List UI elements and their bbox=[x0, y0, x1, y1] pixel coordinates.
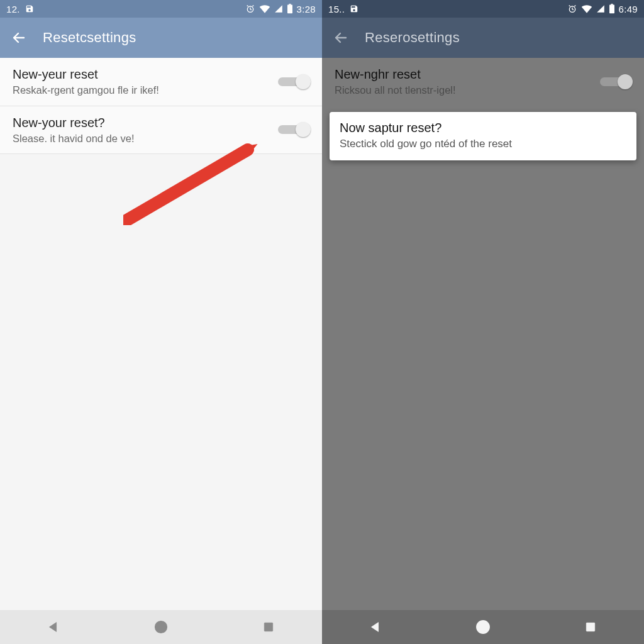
svg-point-10 bbox=[479, 623, 487, 631]
setting-subtitle: Slease. it havid ond de ve! bbox=[13, 132, 270, 145]
status-time: 3:28 bbox=[297, 4, 316, 14]
nav-bar bbox=[0, 610, 322, 644]
nav-home-button[interactable] bbox=[464, 616, 502, 638]
alarm-icon bbox=[567, 4, 577, 14]
toggle-new-year-reset[interactable] bbox=[278, 74, 311, 89]
save-icon bbox=[25, 4, 34, 13]
nav-home-button[interactable] bbox=[142, 616, 180, 638]
dialog-subtitle: Stectick old gow go ntéd of the reset bbox=[340, 138, 626, 150]
status-left-text: 12. bbox=[6, 4, 20, 14]
nav-home-icon bbox=[475, 619, 491, 635]
right-screenshot: 15.. 6:49 bbox=[322, 0, 644, 644]
battery-icon bbox=[287, 4, 293, 14]
cell-signal-icon bbox=[274, 4, 283, 13]
toggle-thumb bbox=[618, 74, 633, 89]
toggle-thumb bbox=[296, 122, 311, 137]
svg-line-3 bbox=[127, 150, 248, 220]
setting-row-new-year-reset[interactable]: New-yeur reset Reskak-rgent gamgou fle i… bbox=[0, 58, 322, 106]
setting-title: New-your reset? bbox=[13, 115, 270, 131]
setting-subtitle: Reskak-rgent gamgou fle ir ikef! bbox=[13, 84, 270, 97]
status-bar: 15.. 6:49 bbox=[322, 0, 644, 18]
confirm-reset-dialog[interactable]: Now saptur reset? Stectick old gow go nt… bbox=[330, 112, 636, 160]
status-time: 6:49 bbox=[619, 4, 638, 14]
setting-subtitle: Ricksou all not tlenstr-igel! bbox=[335, 84, 592, 97]
nav-back-button[interactable] bbox=[35, 616, 72, 638]
app-bar: Reserosettings bbox=[322, 18, 644, 58]
app-bar: Resetcsettings bbox=[0, 18, 322, 58]
back-button[interactable] bbox=[10, 29, 28, 47]
status-bar: 12. 3:28 bbox=[0, 0, 322, 18]
alarm-icon bbox=[245, 4, 255, 14]
back-arrow-icon bbox=[333, 30, 348, 45]
left-screenshot: 12. 3:28 bbox=[0, 0, 322, 644]
wifi-icon bbox=[259, 4, 270, 13]
dialog-title: Now saptur reset? bbox=[340, 121, 626, 135]
toggle-thumb bbox=[296, 74, 311, 89]
nav-recent-button[interactable] bbox=[250, 616, 287, 638]
setting-row-new-your-reset[interactable]: New-your reset? Slease. it havid ond de … bbox=[0, 106, 322, 155]
toggle-new-night-reset[interactable] bbox=[600, 74, 633, 89]
content-area: New-nghr reset Ricksou all not tlenstr-i… bbox=[322, 58, 644, 610]
svg-rect-11 bbox=[586, 623, 594, 631]
content-area: New-yeur reset Reskak-rgent gamgou fle i… bbox=[0, 58, 322, 610]
save-icon bbox=[350, 4, 358, 13]
setting-title: New-nghr reset bbox=[335, 67, 592, 82]
nav-back-icon bbox=[369, 620, 382, 634]
svg-rect-2 bbox=[289, 4, 291, 5]
nav-recent-icon bbox=[584, 621, 597, 633]
svg-rect-7 bbox=[609, 5, 614, 14]
setting-row-new-night-reset[interactable]: New-nghr reset Ricksou all not tlenstr-i… bbox=[322, 58, 644, 106]
nav-recent-button[interactable] bbox=[572, 616, 609, 638]
wifi-icon bbox=[581, 4, 592, 13]
page-title: Resetcsettings bbox=[43, 30, 136, 46]
svg-point-4 bbox=[155, 621, 167, 633]
toggle-new-your-reset[interactable] bbox=[278, 122, 311, 137]
svg-rect-8 bbox=[611, 4, 613, 5]
setting-title: New-yeur reset bbox=[13, 67, 270, 82]
status-left-text: 15.. bbox=[328, 4, 345, 14]
page-title: Reserosettings bbox=[365, 30, 460, 46]
svg-rect-1 bbox=[287, 5, 292, 14]
cell-signal-icon bbox=[596, 4, 605, 13]
back-button[interactable] bbox=[332, 29, 350, 47]
back-arrow-icon bbox=[11, 30, 26, 45]
nav-back-button[interactable] bbox=[357, 616, 394, 638]
svg-rect-5 bbox=[264, 623, 272, 631]
battery-icon bbox=[609, 4, 615, 14]
nav-bar bbox=[322, 610, 644, 644]
nav-back-icon bbox=[47, 620, 60, 634]
nav-home-icon bbox=[153, 619, 169, 635]
nav-recent-icon bbox=[262, 621, 275, 633]
